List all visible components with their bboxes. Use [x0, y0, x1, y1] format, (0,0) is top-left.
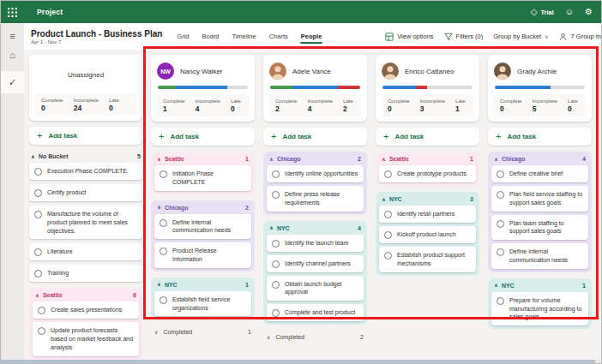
bucket-header[interactable]: ∧ NYC 3 — [379, 192, 476, 206]
add-task-button[interactable]: + Add task — [488, 128, 592, 146]
complete-circle-icon[interactable] — [34, 189, 42, 197]
stat-incomplete: Incomplete3 — [420, 98, 445, 113]
complete-circle-icon[interactable] — [272, 170, 280, 178]
complete-circle-icon[interactable] — [34, 248, 42, 256]
task-card[interactable]: Certify product — [29, 184, 142, 201]
add-task-button[interactable]: + Add task — [29, 127, 142, 145]
complete-circle-icon[interactable] — [384, 170, 392, 178]
progress-segment-complete — [270, 86, 292, 89]
trial-label: Trial — [540, 9, 553, 16]
bucket-header[interactable]: ∧ Seattle 1 — [154, 152, 251, 165]
bucket-list: ∧ Seattle 1 Create prototype products ∧ … — [376, 152, 479, 276]
menu-hamburger-icon[interactable]: ≡ — [1, 27, 24, 45]
task-card[interactable]: Obtain launch budget approval — [267, 276, 364, 301]
task-card[interactable]: Define internal communication needs — [154, 214, 251, 240]
task-card[interactable]: Create sales presentations — [33, 301, 139, 319]
add-task-button[interactable]: + Add task — [151, 128, 255, 146]
complete-circle-icon[interactable] — [34, 270, 42, 277]
person-name: Enrico Cattaneo — [405, 68, 454, 75]
complete-circle-icon[interactable] — [272, 191, 280, 199]
complete-circle-icon[interactable] — [34, 168, 42, 176]
task-card[interactable]: Define press release requirements — [267, 186, 364, 212]
task-card[interactable]: Define creative brief — [491, 165, 588, 182]
task-card[interactable]: Establish product support mechanisms — [379, 247, 476, 272]
settings-gear-icon[interactable]: ⚙ — [585, 8, 593, 16]
add-task-button[interactable]: + Add task — [263, 128, 367, 146]
tab-board[interactable]: Board — [202, 25, 220, 48]
task-card[interactable]: Initiation Phase COMPLETE — [154, 165, 251, 191]
complete-circle-icon[interactable] — [497, 248, 504, 256]
complete-circle-icon[interactable] — [497, 220, 504, 228]
task-card[interactable]: Plan team staffing to support sales goal… — [491, 215, 588, 241]
task-card[interactable]: Identify the launch team — [267, 235, 364, 252]
complete-circle-icon[interactable] — [384, 211, 392, 218]
bucket-header[interactable]: ∧ No Bucket 5 — [29, 151, 142, 163]
complete-circle-icon[interactable] — [272, 260, 280, 268]
task-card[interactable]: Define internal communication needs — [491, 243, 588, 269]
trial-badge[interactable]: ◇ Trial — [531, 8, 554, 16]
tab-charts[interactable]: Charts — [268, 25, 289, 48]
home-icon[interactable]: ⌂ — [1, 45, 24, 64]
task-card[interactable]: Kickoff product launch — [379, 226, 476, 243]
complete-circle-icon[interactable] — [38, 307, 45, 314]
complete-circle-icon[interactable] — [34, 211, 42, 218]
progress-bar — [382, 86, 473, 89]
filter-funnel-icon — [444, 33, 453, 41]
task-card[interactable]: Update product forecasts based on market… — [33, 322, 139, 355]
task-card[interactable]: Establish field service organizations — [154, 291, 251, 317]
bucket-header[interactable]: ∧ Chicago 2 — [267, 152, 364, 165]
group-members-button[interactable]: 7 Group m — [559, 33, 601, 41]
tab-people[interactable]: People — [300, 25, 323, 48]
complete-circle-icon[interactable] — [497, 297, 504, 305]
task-card[interactable]: Product Release Information — [154, 242, 251, 268]
bucket-header[interactable]: ∧ NYC 4 — [267, 221, 364, 235]
bucket-header[interactable]: ∧ NYC 1 — [491, 278, 588, 292]
complete-circle-icon[interactable] — [160, 296, 167, 304]
horizontal-scrollbar[interactable] — [1, 360, 601, 363]
complete-circle-icon[interactable] — [272, 281, 280, 289]
chevron-up-icon: ∧ — [494, 157, 498, 162]
completed-toggle[interactable]: ∨ Completed 2 — [263, 331, 367, 342]
complete-circle-icon[interactable] — [160, 219, 167, 227]
complete-circle-icon[interactable] — [160, 170, 167, 178]
add-task-label: Add task — [394, 133, 424, 140]
view-options-button[interactable]: View options — [385, 33, 433, 41]
tab-timeline[interactable]: Timeline — [232, 25, 257, 48]
task-card[interactable]: Identify channel partners — [267, 255, 364, 272]
completed-toggle[interactable]: ∨ Completed 1 — [151, 325, 255, 337]
task-card[interactable]: Literature — [29, 243, 142, 260]
complete-circle-icon[interactable] — [497, 191, 504, 199]
task-card[interactable]: Plan field service staffing to support s… — [491, 186, 588, 212]
app-launcher-waffle-icon[interactable] — [1, 1, 23, 23]
task-card[interactable]: Training — [29, 265, 142, 282]
bucket-header[interactable]: ∧ Seattle 1 — [379, 152, 476, 165]
filters-button[interactable]: Filters (0) — [444, 33, 484, 41]
group-by-button[interactable]: Group by Bucket ∨ — [493, 33, 548, 40]
complete-circle-icon[interactable] — [272, 240, 280, 248]
complete-circle-icon[interactable] — [384, 231, 392, 239]
tab-grid[interactable]: Grid — [176, 25, 190, 48]
complete-circle-icon[interactable] — [384, 252, 392, 260]
tasks-check-icon[interactable]: ✓ — [1, 71, 24, 93]
task-title: Plan field service staffing to support s… — [509, 190, 583, 207]
bucket-header[interactable]: ∧ Chicago 2 — [154, 200, 251, 214]
bucket-header[interactable]: ∧ Seattle 6 — [33, 288, 139, 301]
task-card[interactable]: Execution Phase COMPLETE — [29, 163, 142, 180]
bucket-header[interactable]: ∧ NYC 1 — [154, 277, 251, 291]
header-toolbar: View options Filters (0) Group by Bucket… — [385, 33, 601, 41]
scrollbar-thumb[interactable] — [1, 360, 595, 363]
add-task-button[interactable]: + Add task — [376, 128, 479, 146]
task-card[interactable]: Complete and test product — [267, 304, 364, 321]
task-card[interactable]: Identify retail partners — [379, 206, 476, 223]
bucket-header[interactable]: ∧ Chicago 4 — [491, 152, 588, 165]
complete-circle-icon[interactable] — [497, 170, 504, 178]
task-card[interactable]: Identify online opportunities — [267, 165, 364, 182]
complete-circle-icon[interactable] — [272, 309, 280, 317]
feedback-smiley-icon[interactable]: ☺ — [565, 8, 574, 16]
complete-circle-icon[interactable] — [160, 248, 167, 255]
task-title: Create prototype products — [397, 170, 467, 178]
task-card[interactable]: Prepare for volume manufacturing accordi… — [491, 292, 588, 325]
task-card[interactable]: Create prototype products — [379, 165, 476, 182]
complete-circle-icon[interactable] — [38, 327, 45, 335]
task-card[interactable]: Manufacture the volume of product planne… — [29, 206, 142, 239]
